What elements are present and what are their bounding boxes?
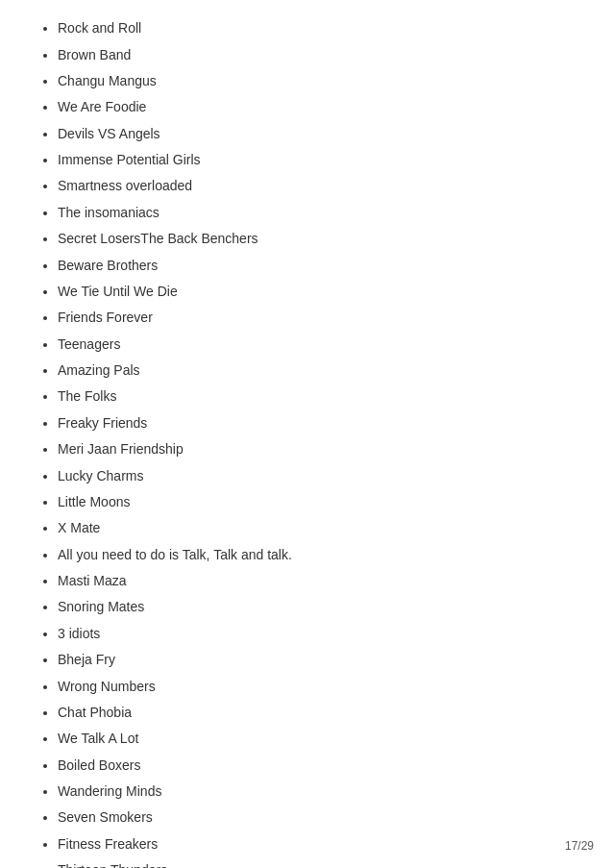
list-item: The insomaniacs [58, 200, 575, 226]
page-number: 17/29 [565, 839, 594, 853]
list-item: Boiled Boxers [58, 753, 575, 779]
list-item: We Talk A Lot [58, 726, 575, 752]
list-item: Seven Smokers [58, 805, 575, 831]
list-item: Beware Brothers [58, 252, 575, 278]
list-item: Friends Forever [58, 305, 575, 331]
list-item: All you need to do is Talk, Talk and tal… [58, 542, 575, 568]
list-item: Rock and Roll [58, 15, 575, 41]
list-item: Smartness overloaded [58, 173, 575, 199]
list-item: Teenagers [58, 332, 575, 358]
list-item: Freaky Friends [58, 410, 575, 436]
group-names-list: Rock and RollBrown BandChangu MangusWe A… [38, 15, 575, 868]
list-item: Devils VS Angels [58, 121, 575, 147]
list-item: We Tie Until We Die [58, 279, 575, 305]
list-item: Snoring Mates [58, 594, 575, 620]
list-item: Meri Jaan Friendship [58, 436, 575, 462]
list-item: Changu Mangus [58, 68, 575, 94]
list-item: Thirteen Thunders [58, 857, 575, 868]
list-item: We Are Foodie [58, 94, 575, 120]
list-item: Wrong Numbers [58, 673, 575, 699]
list-item: Little Moons [58, 489, 575, 515]
list-item: Bheja Fry [58, 647, 575, 673]
list-item: Chat Phobia [58, 700, 575, 726]
list-item: Brown Band [58, 41, 575, 67]
list-item: Fitness Freakers [58, 831, 575, 857]
list-item: 3 idiots [58, 621, 575, 647]
list-item: Amazing Pals [58, 358, 575, 384]
list-item: Masti Maza [58, 568, 575, 594]
list-item: Secret LosersThe Back Benchers [58, 226, 575, 252]
list-item: Wandering Minds [58, 779, 575, 805]
list-item: Immense Potential Girls [58, 147, 575, 173]
list-item: The Folks [58, 384, 575, 409]
list-item: X Mate [58, 515, 575, 541]
list-item: Lucky Charms [58, 462, 575, 488]
